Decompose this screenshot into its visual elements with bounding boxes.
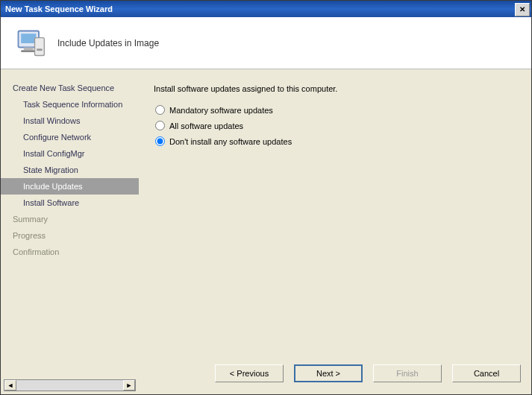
radio-label-no-updates: Don't install any software updates xyxy=(169,137,292,146)
wizard-window: New Task Sequence Wizard ✕ Include Updat… xyxy=(0,0,532,395)
nav-item-progress: Progress xyxy=(1,227,139,244)
titlebar: New Task Sequence Wizard ✕ xyxy=(1,1,531,17)
nav-item-create-new-task-sequence[interactable]: Create New Task Sequence xyxy=(1,80,139,96)
wizard-button-row: < Previous Next > Finish Cancel xyxy=(154,364,521,382)
close-icon: ✕ xyxy=(519,5,525,13)
content-prompt: Install software updates assigned to thi… xyxy=(154,84,521,93)
svg-rect-4 xyxy=(35,37,45,55)
radio-label-mandatory-updates: Mandatory software updates xyxy=(169,106,273,115)
nav-item-install-windows[interactable]: Install Windows xyxy=(1,113,139,129)
nav-item-summary: Summary xyxy=(1,211,139,227)
nav-item-confirmation: Confirmation xyxy=(1,244,139,260)
scroll-left-arrow-icon[interactable]: ◄ xyxy=(4,380,16,391)
radio-row-all-updates[interactable]: All software updates xyxy=(154,118,521,133)
radio-row-no-updates[interactable]: Don't install any software updates xyxy=(154,133,521,149)
wizard-nav-sidebar: Create New Task Sequence Task Sequence I… xyxy=(1,69,139,394)
cancel-button[interactable]: Cancel xyxy=(452,364,521,382)
nav-item-state-migration[interactable]: State Migration xyxy=(1,162,139,178)
close-button[interactable]: ✕ xyxy=(515,3,530,16)
sidebar-horizontal-scrollbar[interactable]: ◄ ► xyxy=(4,379,136,391)
radio-mandatory-updates[interactable] xyxy=(155,105,165,115)
radio-label-all-updates: All software updates xyxy=(169,121,243,130)
window-title: New Task Sequence Wizard xyxy=(5,4,113,13)
computer-icon xyxy=(14,27,47,60)
wizard-body: Create New Task Sequence Task Sequence I… xyxy=(1,69,531,394)
nav-item-include-updates[interactable]: Include Updates xyxy=(1,178,139,195)
svg-rect-3 xyxy=(21,50,36,52)
scroll-right-arrow-icon[interactable]: ► xyxy=(123,380,135,391)
nav-item-install-software[interactable]: Install Software xyxy=(1,195,139,211)
radio-all-updates[interactable] xyxy=(155,121,165,130)
radio-row-mandatory-updates[interactable]: Mandatory software updates xyxy=(154,102,521,118)
nav-item-configure-network[interactable]: Configure Network xyxy=(1,129,139,145)
radio-no-updates[interactable] xyxy=(155,136,165,146)
wizard-content-pane: Install software updates assigned to thi… xyxy=(139,69,531,394)
nav-item-install-configmgr[interactable]: Install ConfigMgr xyxy=(1,145,139,162)
finish-button: Finish xyxy=(373,364,442,382)
nav-item-task-sequence-information[interactable]: Task Sequence Information xyxy=(1,96,139,113)
previous-button[interactable]: < Previous xyxy=(215,364,284,382)
page-heading: Include Updates in Image xyxy=(57,38,159,48)
svg-rect-5 xyxy=(37,48,42,51)
wizard-header: Include Updates in Image xyxy=(1,17,531,69)
next-button[interactable]: Next > xyxy=(294,364,363,382)
svg-rect-2 xyxy=(24,47,34,50)
svg-rect-1 xyxy=(21,34,36,43)
